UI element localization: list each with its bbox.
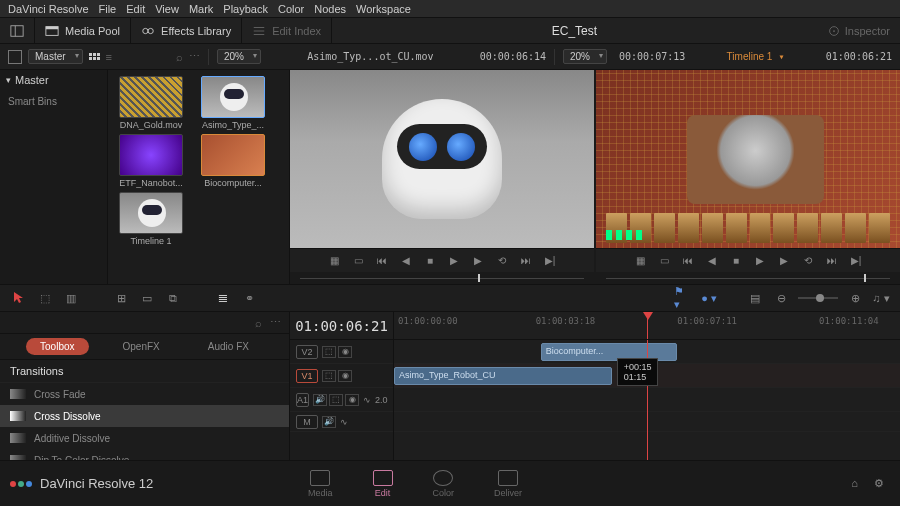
page-deliver[interactable]: Deliver (486, 467, 530, 501)
layout-button[interactable] (0, 18, 35, 43)
insert-clip-icon[interactable]: ⊞ (112, 290, 130, 306)
marker-icon[interactable]: ● ▾ (700, 290, 718, 306)
more-icon[interactable]: ⋯ (189, 50, 200, 63)
page-media[interactable]: Media (300, 467, 341, 501)
tl-insert-icon[interactable]: ▭ (656, 254, 672, 268)
menu-nodes[interactable]: Nodes (314, 3, 346, 15)
page-footer: DaVinci Resolve 12 Media Edit Color Deli… (0, 460, 900, 506)
tab-toolbox[interactable]: Toolbox (26, 338, 88, 355)
curve-icon[interactable]: ∿ (363, 395, 371, 405)
insert-icon[interactable]: ▭ (350, 254, 366, 268)
overwrite-clip-icon[interactable]: ▭ (138, 290, 156, 306)
smart-bins-label[interactable]: Smart Bins (0, 90, 107, 113)
clip-dna-gold[interactable]: DNA_Gold.mov (112, 76, 190, 130)
home-icon[interactable]: ⌂ (851, 477, 858, 490)
timeline-zoom-dropdown[interactable]: 20% (563, 49, 607, 64)
timeline-viewer[interactable]: ▦ ▭ ⏮ ◀ ■ ▶ ▶ ⟲ ⏭ ▶| (596, 70, 900, 284)
tl-stop-button[interactable]: ■ (728, 254, 744, 268)
last-frame-button[interactable]: ⏭ (518, 254, 534, 268)
grid-view-icon[interactable] (89, 53, 100, 60)
page-color[interactable]: Color (425, 467, 463, 501)
timeline-ruler[interactable]: 01:00:00:00 01:00:03:18 01:00:07:11 01:0… (394, 312, 900, 339)
tl-prev-button[interactable]: ◀ (704, 254, 720, 268)
mute-icon[interactable]: 🔊 (313, 394, 327, 406)
effects-library-button[interactable]: Effects Library (131, 18, 242, 43)
next-button[interactable]: ▶ (470, 254, 486, 268)
fx-cross-dissolve[interactable]: Cross Dissolve (0, 405, 289, 427)
track-v1[interactable]: V1⬚◉ (290, 364, 393, 388)
lock-icon[interactable]: ⬚ (322, 346, 336, 358)
media-pool-button[interactable]: Media Pool (35, 18, 131, 43)
list-view-icon[interactable]: ≡ (106, 51, 112, 63)
end-button[interactable]: ▶| (542, 254, 558, 268)
edit-index-button[interactable]: Edit Index (242, 18, 332, 43)
source-zoom-dropdown[interactable]: 20% (217, 49, 261, 64)
audio-icon[interactable]: ♫ ▾ (872, 290, 890, 306)
fx-search-icon[interactable]: ⌕ (255, 317, 262, 329)
zoom-out-icon[interactable]: ⊖ (772, 290, 790, 306)
fx-more-icon[interactable]: ⋯ (270, 316, 281, 329)
blade-tool-icon[interactable]: ▥ (62, 290, 80, 306)
first-frame-button[interactable]: ⏮ (374, 254, 390, 268)
fx-cross-fade[interactable]: Cross Fade (0, 383, 289, 405)
source-clip-name[interactable]: Asimo_Typ...ot_CU.mov (267, 51, 474, 62)
tab-openfx[interactable]: OpenFX (109, 338, 174, 355)
playhead-icon[interactable] (643, 312, 653, 320)
clip-timeline1[interactable]: Timeline 1 (112, 192, 190, 246)
inspector-button[interactable]: Inspector (817, 24, 900, 38)
clip-block-v1[interactable]: Asimo_Type_Robot_CU (394, 367, 612, 385)
track-a1[interactable]: A1🔊⬚◉∿2.0 (290, 388, 393, 412)
clip-nanobot[interactable]: ETF_Nanobot... (112, 134, 190, 188)
fx-additive-dissolve[interactable]: Additive Dissolve (0, 427, 289, 449)
trim-tool-icon[interactable]: ⬚ (36, 290, 54, 306)
settings-icon[interactable]: ⚙ (874, 477, 884, 490)
link-icon[interactable]: ⚭ (240, 290, 258, 306)
stop-button[interactable]: ■ (422, 254, 438, 268)
play-button[interactable]: ▶ (446, 254, 462, 268)
auto-select-icon[interactable]: ◉ (338, 346, 352, 358)
prev-button[interactable]: ◀ (398, 254, 414, 268)
menu-view[interactable]: View (155, 3, 179, 15)
timeline-timecode[interactable]: 01:00:06:21 (290, 312, 394, 339)
clip-biocomputer[interactable]: Biocomputer... (194, 134, 272, 188)
tl-last-frame-button[interactable]: ⏭ (824, 254, 840, 268)
track-v2[interactable]: V2⬚◉ (290, 340, 393, 364)
svg-rect-0 (11, 25, 23, 36)
timeline-options-icon[interactable]: ▤ (746, 290, 764, 306)
snap-icon[interactable]: 𝌆 (214, 290, 232, 306)
selection-tool-icon[interactable] (10, 290, 28, 306)
menu-workspace[interactable]: Workspace (356, 3, 411, 15)
zoom-in-icon[interactable]: ⊕ (846, 290, 864, 306)
menu-color[interactable]: Color (278, 3, 304, 15)
bin-dropdown[interactable]: Master (28, 49, 83, 64)
fx-dip-to-color[interactable]: Dip To Color Dissolve (0, 449, 289, 460)
tab-audiofx[interactable]: Audio FX (194, 338, 263, 355)
menu-playback[interactable]: Playback (223, 3, 268, 15)
flag-icon[interactable]: ⚑ ▾ (674, 290, 692, 306)
timeline-transport: ▦ ▭ ⏮ ◀ ■ ▶ ▶ ⟲ ⏭ ▶| (596, 248, 900, 272)
menu-edit[interactable]: Edit (126, 3, 145, 15)
search-icon[interactable]: ⌕ (176, 51, 183, 63)
master-bin[interactable]: Master (0, 70, 107, 90)
timeline-name-dropdown[interactable]: Timeline 1 ▾ (691, 51, 820, 62)
menu-mark[interactable]: Mark (189, 3, 213, 15)
tl-play-button[interactable]: ▶ (752, 254, 768, 268)
tl-match-frame-icon[interactable]: ▦ (632, 254, 648, 268)
tl-end-button[interactable]: ▶| (848, 254, 864, 268)
timeline-canvas[interactable]: Biocomputer... Asimo_Type_Robot_CU +00:1… (394, 340, 900, 460)
clip-asimo[interactable]: Asimo_Type_... (194, 76, 272, 130)
tl-next-button[interactable]: ▶ (776, 254, 792, 268)
match-frame-icon[interactable]: ▦ (326, 254, 342, 268)
menu-app[interactable]: DaVinci Resolve (8, 3, 89, 15)
timeline-source-timecode: 00:00:07:13 (619, 51, 685, 62)
tl-first-frame-button[interactable]: ⏮ (680, 254, 696, 268)
source-viewer[interactable]: ▦ ▭ ⏮ ◀ ■ ▶ ▶ ⟲ ⏭ ▶| (290, 70, 594, 284)
loop-button[interactable]: ⟲ (494, 254, 510, 268)
menu-file[interactable]: File (99, 3, 117, 15)
page-edit[interactable]: Edit (365, 467, 401, 501)
sidebar-toggle-icon[interactable] (8, 50, 22, 64)
tl-loop-button[interactable]: ⟲ (800, 254, 816, 268)
replace-clip-icon[interactable]: ⧉ (164, 290, 182, 306)
svg-point-4 (143, 28, 148, 33)
track-m[interactable]: M🔊∿ (290, 412, 393, 432)
